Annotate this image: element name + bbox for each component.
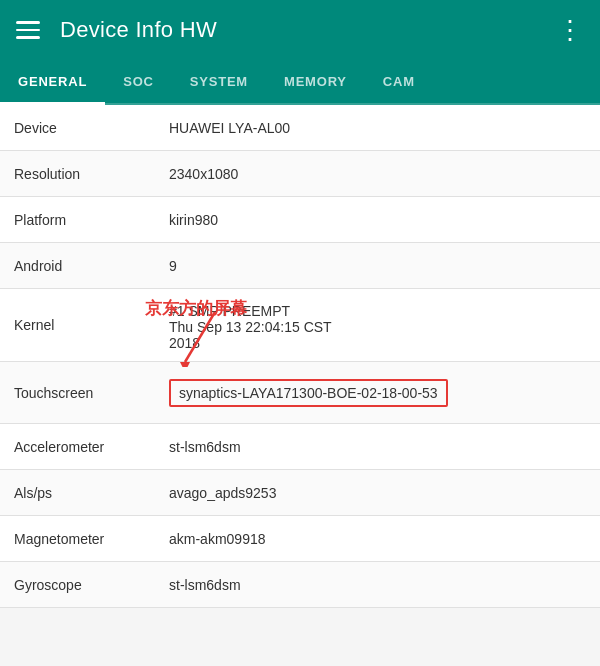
row-value: 9 (155, 243, 600, 288)
tab-bar: GENERAL SOC SYSTEM MEMORY CAM (0, 60, 600, 105)
tab-soc[interactable]: SOC (105, 60, 172, 103)
kernel-value-line3: 2018 (169, 335, 200, 351)
more-options-icon[interactable]: ⋮ (557, 17, 584, 43)
table-row: Magnetometer akm-akm09918 (0, 516, 600, 562)
row-value: avago_apds9253 (155, 470, 600, 515)
table-row-kernel: Kernel 京东方的屏幕 #1 SMP PREEMPT Thu Sep 13 … (0, 289, 600, 362)
row-label: Resolution (0, 151, 155, 196)
table-row: Accelerometer st-lsm6dsm (0, 424, 600, 470)
table-row: Platform kirin980 (0, 197, 600, 243)
row-label: Android (0, 243, 155, 288)
row-value: st-lsm6dsm (155, 562, 600, 607)
table-row: Device HUAWEI LYA-AL00 (0, 105, 600, 151)
tab-camera[interactable]: CAM (365, 60, 425, 103)
table-row: Gyroscope st-lsm6dsm (0, 562, 600, 608)
row-value-kernel: 京东方的屏幕 #1 SMP PREEMPT Thu Sep 13 22:04:1… (155, 289, 600, 361)
row-label: Kernel (0, 289, 155, 361)
table-row-touchscreen: Touchscreen synaptics-LAYA171300-BOE-02-… (0, 362, 600, 424)
tab-general[interactable]: GENERAL (0, 60, 105, 103)
tab-memory[interactable]: MEMORY (266, 60, 365, 103)
row-label: Gyroscope (0, 562, 155, 607)
row-value: HUAWEI LYA-AL00 (155, 105, 600, 150)
row-value: akm-akm09918 (155, 516, 600, 561)
touchscreen-highlight: synaptics-LAYA171300-BOE-02-18-00-53 (169, 379, 448, 407)
kernel-value-line1: #1 SMP PREEMPT (169, 303, 290, 319)
table-row: Als/ps avago_apds9253 (0, 470, 600, 516)
row-value-touchscreen: synaptics-LAYA171300-BOE-02-18-00-53 (155, 362, 600, 423)
table-row: Android 9 (0, 243, 600, 289)
kernel-value-line2: Thu Sep 13 22:04:15 CST (169, 319, 332, 335)
app-bar: Device Info HW ⋮ (0, 0, 600, 60)
row-label: Device (0, 105, 155, 150)
touchscreen-value-text: synaptics-LAYA171300-BOE-02-18-00-53 (179, 385, 438, 401)
row-label: Magnetometer (0, 516, 155, 561)
row-label: Als/ps (0, 470, 155, 515)
hamburger-icon[interactable] (16, 21, 40, 39)
row-value: kirin980 (155, 197, 600, 242)
row-value: st-lsm6dsm (155, 424, 600, 469)
content-area: Device HUAWEI LYA-AL00 Resolution 2340x1… (0, 105, 600, 608)
svg-marker-1 (180, 362, 190, 367)
row-label: Touchscreen (0, 362, 155, 423)
row-label: Platform (0, 197, 155, 242)
app-title: Device Info HW (60, 17, 217, 43)
row-label: Accelerometer (0, 424, 155, 469)
table-row: Resolution 2340x1080 (0, 151, 600, 197)
tab-system[interactable]: SYSTEM (172, 60, 266, 103)
app-bar-left: Device Info HW (16, 17, 217, 43)
row-value: 2340x1080 (155, 151, 600, 196)
